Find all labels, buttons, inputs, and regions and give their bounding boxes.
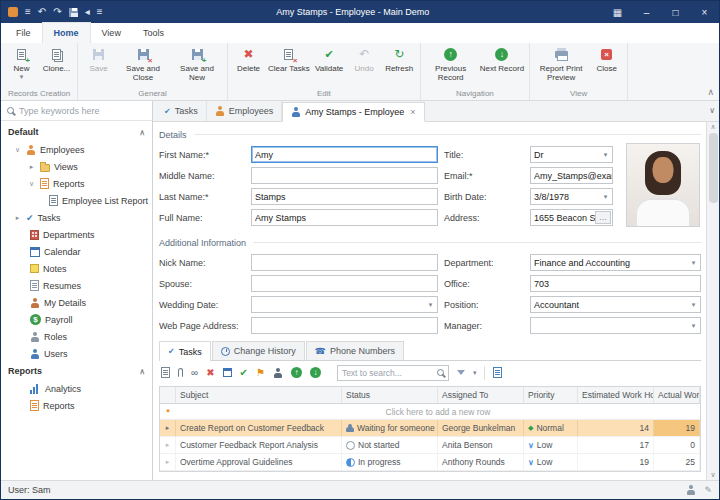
ribbon-tab-file[interactable]: File	[5, 23, 42, 43]
doc-tab-tasks[interactable]: ✔ Tasks	[156, 101, 207, 121]
user-icon[interactable]	[686, 485, 696, 495]
delete-button[interactable]: ✖ Delete	[231, 45, 266, 74]
close-tab-icon[interactable]: ×	[410, 107, 415, 117]
title-input[interactable]	[534, 147, 599, 162]
sidebar-item-roles[interactable]: Roles	[1, 328, 152, 345]
chevron-down-icon[interactable]: ▾	[599, 189, 612, 204]
chevron-down-icon[interactable]: ▾	[687, 255, 700, 270]
column-header-status[interactable]: Status	[342, 387, 438, 403]
next-record-button[interactable]: ↓ Next Record	[478, 45, 526, 74]
cell-subject[interactable]: Overtime Approval Guidelines	[176, 454, 342, 470]
web-page-field[interactable]	[251, 317, 438, 334]
web-page-input[interactable]	[255, 318, 437, 333]
refresh-button[interactable]: ↻ Refresh	[382, 45, 417, 74]
clear-tasks-button[interactable]: × Clear Tasks	[266, 45, 312, 74]
sidebar-item-resumes[interactable]: Resumes	[1, 277, 152, 294]
chevron-down-icon[interactable]: ▾	[424, 297, 437, 312]
chevron-right-icon[interactable]: ▸	[27, 163, 36, 171]
cell-priority[interactable]: ∨ Low	[524, 454, 578, 470]
sidebar-item-reports[interactable]: ∨ Reports	[1, 175, 152, 192]
redo-icon[interactable]: ↷	[53, 1, 61, 23]
first-name-field[interactable]	[251, 146, 438, 163]
column-header-subject[interactable]: Subject	[176, 387, 342, 403]
position-input[interactable]	[534, 297, 687, 312]
manager-field[interactable]: ▾	[530, 317, 701, 334]
mark-complete-icon[interactable]: ✔	[240, 368, 248, 378]
move-down-icon[interactable]: ↓	[310, 367, 321, 378]
column-header-assigned-to[interactable]: Assigned To	[438, 387, 524, 403]
ribbon-display-icon[interactable]: ▦	[603, 1, 632, 23]
tab-phone-numbers[interactable]: ☎ Phone Numbers	[306, 341, 404, 360]
save-icon[interactable]	[69, 8, 78, 17]
sidebar-item-employees[interactable]: ∨ Employees	[1, 141, 152, 158]
nav-group-default[interactable]: Default ∧	[1, 123, 152, 141]
office-field[interactable]	[530, 275, 701, 292]
nick-name-input[interactable]	[255, 255, 437, 270]
chevron-down-icon[interactable]: ▾	[599, 147, 612, 162]
new-row[interactable]: * Click here to add a new row	[160, 404, 700, 420]
sidebar-item-users[interactable]: Users	[1, 345, 152, 362]
cell-assigned-to[interactable]: George Bunkelman	[438, 420, 524, 436]
task-row[interactable]: ▸ Overtime Approval Guidelines In progre…	[160, 454, 700, 471]
cell-assigned-to[interactable]: Anthony Rounds	[438, 454, 524, 470]
chevron-down-icon[interactable]: ▾	[473, 369, 477, 377]
cell-subject[interactable]: Customer Feedback Report Analysis	[176, 437, 342, 453]
doc-tab-amy-stamps[interactable]: Amy Stamps - Employee ×	[282, 102, 424, 122]
middle-name-input[interactable]	[255, 168, 437, 183]
position-field[interactable]: ▾	[530, 296, 701, 313]
birth-date-input[interactable]	[534, 189, 599, 204]
attach-icon[interactable]	[178, 368, 183, 377]
maximize-button[interactable]: □	[661, 1, 690, 23]
sidebar-item-views[interactable]: ▸ Views	[1, 158, 152, 175]
row-expander-icon[interactable]: ▸	[166, 424, 170, 432]
new-task-icon[interactable]	[161, 367, 170, 378]
department-input[interactable]	[534, 255, 687, 270]
collapse-ribbon-icon[interactable]: ∧	[707, 87, 714, 97]
tab-tasks[interactable]: ✔ Tasks	[159, 341, 211, 361]
chevron-down-icon[interactable]: ▾	[687, 297, 700, 312]
cell-assigned-to[interactable]: Anita Benson	[438, 437, 524, 453]
sidebar-item-employee-list-report[interactable]: Employee List Report	[1, 192, 152, 209]
sidebar-item-payroll[interactable]: Payroll	[1, 311, 152, 328]
office-input[interactable]	[534, 276, 700, 291]
report-print-preview-button[interactable]: Report Print Preview	[533, 45, 589, 83]
save-and-close-button[interactable]: × Save and Close	[116, 45, 170, 83]
move-up-icon[interactable]: ↑	[291, 367, 302, 378]
first-name-input[interactable]	[255, 147, 437, 162]
new-button[interactable]: + New ▾	[4, 45, 39, 82]
sidebar-item-notes[interactable]: Notes	[1, 260, 152, 277]
chevron-down-icon[interactable]: ∨	[27, 180, 36, 188]
app-icon[interactable]	[8, 7, 18, 17]
nick-name-field[interactable]	[251, 254, 438, 271]
close-window-button[interactable]: ×	[690, 1, 719, 23]
column-header-estimated[interactable]: Estimated Work Hours	[578, 387, 654, 403]
ribbon-tab-home[interactable]: Home	[42, 22, 91, 43]
scroll-up-icon[interactable]: ∧	[710, 123, 715, 131]
report-view-icon[interactable]	[493, 367, 502, 378]
validate-button[interactable]: ✔ Validate	[312, 45, 347, 74]
cell-estimated-hours[interactable]: 19	[578, 454, 654, 470]
sidebar-item-analytics[interactable]: Analytics	[1, 380, 152, 397]
cell-subject[interactable]: Create Report on Customer Feedback	[176, 420, 342, 436]
cell-estimated-hours[interactable]: 14	[578, 420, 654, 436]
chevron-down-icon[interactable]: ▾	[687, 318, 700, 333]
birth-date-field[interactable]: ▾	[530, 188, 613, 205]
link-icon[interactable]: ∞	[191, 368, 198, 378]
clone-button[interactable]: Clone...	[39, 45, 74, 74]
tab-change-history[interactable]: Change History	[212, 341, 305, 360]
cell-actual-hours[interactable]: 19	[654, 420, 700, 436]
assign-to-icon[interactable]	[273, 368, 283, 378]
last-name-field[interactable]	[251, 188, 438, 205]
email-field[interactable]	[530, 167, 613, 184]
cell-estimated-hours[interactable]: 17	[578, 437, 654, 453]
task-row[interactable]: ▸ Create Report on Customer Feedback Wai…	[160, 420, 700, 437]
nav-group-reports[interactable]: Reports ∧	[1, 362, 152, 380]
flag-icon[interactable]: ⚑	[256, 368, 265, 378]
undo-icon[interactable]: ↶	[38, 1, 46, 23]
tab-list-chevron-icon[interactable]: ∨	[709, 106, 715, 115]
column-header-priority[interactable]: Priority	[524, 387, 578, 403]
ribbon-tab-tools[interactable]: Tools	[132, 23, 175, 43]
filter-icon[interactable]	[457, 370, 465, 375]
full-name-field[interactable]	[251, 209, 438, 226]
manager-input[interactable]	[534, 318, 687, 333]
